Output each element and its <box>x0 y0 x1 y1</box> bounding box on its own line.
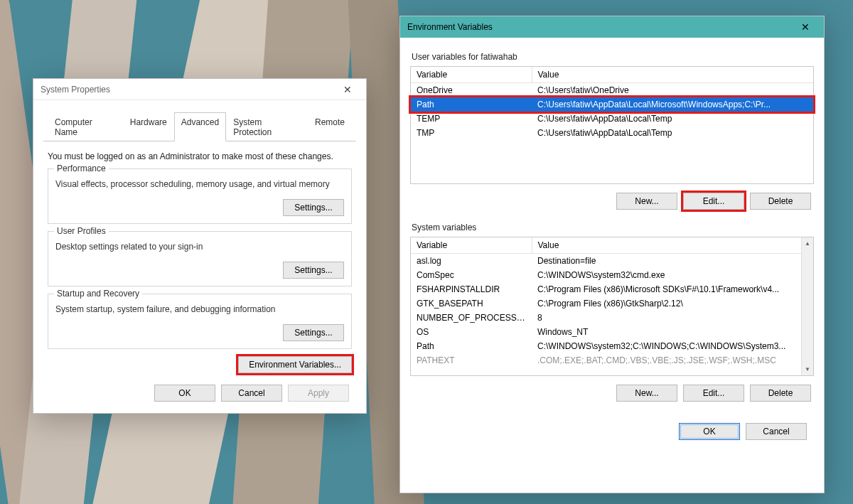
user-vars-buttons: New... Edit... Delete <box>410 193 811 210</box>
group-startup-label: Startup and Recovery <box>54 289 142 299</box>
sysprop-tabs: Computer Name Hardware Advanced System P… <box>43 112 356 141</box>
environment-variables-button[interactable]: Environment Variables... <box>238 356 352 373</box>
environment-variables-window: Environment Variables ✕ User variables f… <box>399 16 825 493</box>
table-row[interactable]: ComSpecC:\WINDOWS\system32\cmd.exe <box>411 268 801 282</box>
system-properties-window: System Properties ✕ Computer Name Hardwa… <box>33 78 367 414</box>
table-row[interactable]: TMPC:\Users\fatiw\AppData\Local\Temp <box>411 126 813 140</box>
tab-system-protection[interactable]: System Protection <box>226 112 308 141</box>
user-delete-button[interactable]: Delete <box>750 193 811 210</box>
table-row[interactable]: FSHARPINSTALLDIRC:\Program Files (x86)\M… <box>411 282 801 296</box>
env-title: Environment Variables <box>407 16 493 38</box>
user-vars-label: User variables for fatiwahab <box>412 52 814 62</box>
sysprop-dialog-buttons: OK Cancel Apply <box>43 376 356 404</box>
admin-instruction: You must be logged on as an Administrato… <box>48 151 352 161</box>
tab-remote[interactable]: Remote <box>308 112 352 141</box>
tab-advanced[interactable]: Advanced <box>174 112 226 141</box>
env-titlebar: Environment Variables ✕ <box>400 16 824 38</box>
table-row[interactable]: NUMBER_OF_PROCESSORS8 <box>411 311 801 325</box>
close-icon[interactable]: ✕ <box>335 79 360 100</box>
table-row[interactable]: OneDriveC:\Users\fatiw\OneDrive <box>411 83 813 98</box>
tab-computer-name[interactable]: Computer Name <box>48 112 123 141</box>
sysprop-title: System Properties <box>41 79 110 100</box>
env-dialog-buttons: OK Cancel <box>410 414 814 443</box>
ok-button[interactable]: OK <box>679 423 740 440</box>
group-performance-text: Visual effects, processor scheduling, me… <box>55 179 344 189</box>
tab-hardware[interactable]: Hardware <box>123 112 174 141</box>
scrollbar[interactable] <box>801 237 813 375</box>
group-performance-label: Performance <box>54 163 109 173</box>
table-row[interactable]: PathC:\WINDOWS\system32;C:\WINDOWS;C:\WI… <box>411 339 801 353</box>
group-startup-recovery: Startup and Recovery System startup, sys… <box>48 294 352 349</box>
user-edit-button[interactable]: Edit... <box>683 193 744 210</box>
sys-edit-button[interactable]: Edit... <box>683 385 744 402</box>
table-row[interactable]: PathC:\Users\fatiw\AppData\Local\Microso… <box>411 97 813 112</box>
group-profiles-text: Desktop settings related to your sign-in <box>55 242 344 252</box>
col-variable[interactable]: Variable <box>411 67 532 83</box>
group-profiles-label: User Profiles <box>54 226 109 236</box>
group-performance: Performance Visual effects, processor sc… <box>48 168 352 224</box>
table-row[interactable]: OSWindows_NT <box>411 325 801 339</box>
group-startup-text: System startup, system failure, and debu… <box>55 304 344 314</box>
sysprop-titlebar: System Properties ✕ <box>33 79 366 100</box>
table-row[interactable]: PATHEXT.COM;.EXE;.BAT;.CMD;.VBS;.VBE;.JS… <box>411 353 801 368</box>
group-user-profiles: User Profiles Desktop settings related t… <box>48 231 352 286</box>
close-icon[interactable]: ✕ <box>793 16 818 38</box>
cancel-button[interactable]: Cancel <box>746 423 807 440</box>
col-variable[interactable]: Variable <box>411 237 532 254</box>
sys-vars-buttons: New... Edit... Delete <box>410 385 811 402</box>
user-vars-table[interactable]: Variable Value OneDriveC:\Users\fatiw\On… <box>410 66 814 184</box>
sys-vars-label: System variables <box>412 222 814 232</box>
table-row[interactable]: TEMPC:\Users\fatiw\AppData\Local\Temp <box>411 112 813 126</box>
col-value[interactable]: Value <box>532 67 813 83</box>
col-value[interactable]: Value <box>532 237 801 254</box>
profiles-settings-button[interactable]: Settings... <box>283 262 344 279</box>
sys-vars-table[interactable]: Variable Value asl.logDestination=file C… <box>410 237 814 376</box>
sys-delete-button[interactable]: Delete <box>750 385 811 402</box>
user-new-button[interactable]: New... <box>616 193 677 210</box>
table-row[interactable]: asl.logDestination=file <box>411 254 801 269</box>
performance-settings-button[interactable]: Settings... <box>283 199 344 216</box>
apply-button[interactable]: Apply <box>288 385 349 402</box>
cancel-button[interactable]: Cancel <box>221 385 282 402</box>
table-row[interactable]: GTK_BASEPATHC:\Program Files (x86)\GtkSh… <box>411 296 801 311</box>
ok-button[interactable]: OK <box>154 385 215 402</box>
startup-settings-button[interactable]: Settings... <box>283 324 344 341</box>
sys-new-button[interactable]: New... <box>616 385 677 402</box>
